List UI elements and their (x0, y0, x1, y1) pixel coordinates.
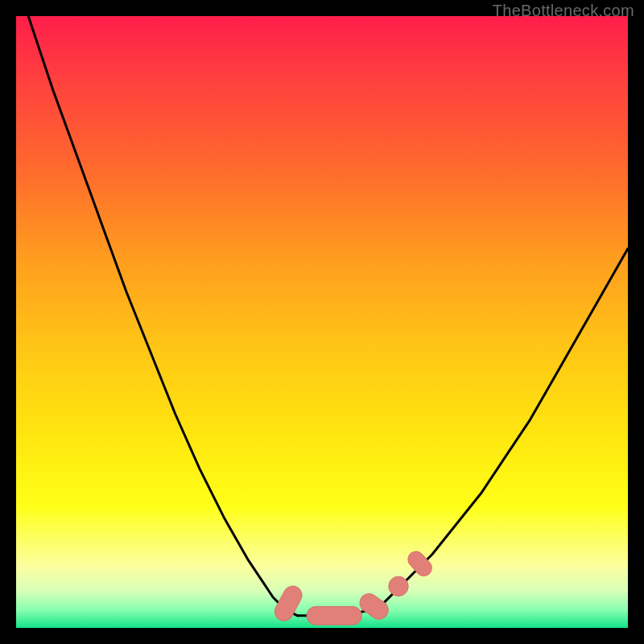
marker-capsule-4 (405, 548, 436, 580)
chart-frame: TheBottleneck.com (0, 0, 644, 644)
curve-right-branch (383, 249, 628, 604)
watermark-text: TheBottleneck.com (493, 2, 634, 20)
curve-left-branch (28, 16, 297, 616)
marker-capsule-1 (307, 606, 361, 625)
curve-overlay (16, 16, 628, 628)
plot-area (16, 16, 628, 628)
marker-dot-3 (389, 576, 408, 596)
marker-capsule-0 (271, 583, 305, 624)
